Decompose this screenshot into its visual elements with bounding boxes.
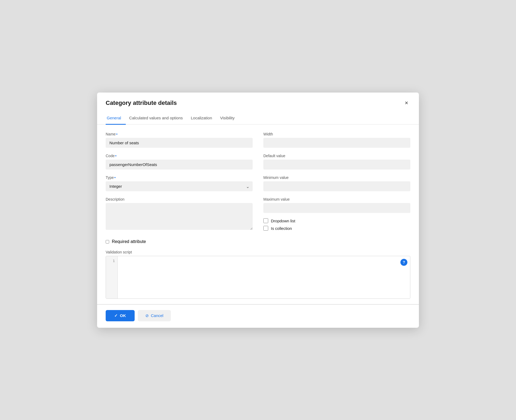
line-numbers: 1	[106, 256, 118, 299]
category-attribute-dialog: Category attribute details × General Cal…	[97, 93, 419, 328]
type-label: Type•	[106, 175, 253, 180]
dialog-header: Category attribute details ×	[97, 93, 419, 107]
maximum-value-input[interactable]	[263, 203, 410, 213]
name-required-dot: •	[116, 132, 117, 136]
minimum-value-input[interactable]	[263, 181, 410, 191]
minimum-value-label: Minimum value	[263, 175, 410, 180]
cancel-button[interactable]: ⊘ Cancel	[138, 310, 171, 321]
row-type-minvalue: Type• Integer String Boolean Decimal Dat…	[106, 175, 410, 191]
is-collection-row: Is collection	[263, 226, 410, 231]
code-required-dot: •	[115, 154, 116, 158]
type-select[interactable]: Integer String Boolean Decimal Date	[106, 181, 253, 191]
col-code: Code•	[106, 154, 253, 170]
name-input[interactable]	[106, 138, 253, 148]
row-code-default: Code• Default value	[106, 154, 410, 170]
col-type: Type• Integer String Boolean Decimal Dat…	[106, 175, 253, 191]
cancel-icon: ⊘	[145, 313, 149, 318]
validation-script-input[interactable]	[118, 256, 410, 299]
tabs-bar: General Calculated values and options Lo…	[97, 109, 419, 125]
row-name-width: Name• Width	[106, 132, 410, 148]
validation-script-label: Validation script	[106, 250, 410, 254]
row-desc-maxvalue: Description Maximum value Dropdown list …	[106, 197, 410, 233]
footer-divider	[97, 304, 419, 305]
col-description: Description	[106, 197, 253, 231]
col-width: Width	[263, 132, 410, 148]
validation-editor: 1 ?	[106, 256, 410, 299]
dropdown-list-label[interactable]: Dropdown list	[271, 219, 295, 223]
default-value-label: Default value	[263, 154, 410, 158]
width-input[interactable]	[263, 138, 410, 148]
validation-script-section: Validation script 1 ?	[106, 250, 410, 299]
close-button[interactable]: ×	[403, 99, 410, 107]
tab-localization[interactable]: Localization	[190, 113, 217, 125]
ok-label: OK	[120, 313, 126, 318]
width-label: Width	[263, 132, 410, 136]
maximum-value-label: Maximum value	[263, 197, 410, 201]
required-attribute-label[interactable]: Required attribute	[112, 239, 146, 244]
code-input[interactable]	[106, 160, 253, 170]
form-body: Name• Width Code• Default value	[97, 124, 419, 304]
ok-button[interactable]: ✓ OK	[106, 310, 135, 321]
help-button[interactable]: ?	[400, 259, 407, 266]
ok-icon: ✓	[114, 313, 118, 318]
col-max-checkboxes: Maximum value Dropdown list Is collectio…	[263, 197, 410, 233]
tab-calculated[interactable]: Calculated values and options	[128, 113, 187, 125]
is-collection-checkbox[interactable]	[263, 226, 268, 231]
type-select-wrapper: Integer String Boolean Decimal Date ⌄	[106, 181, 253, 191]
dialog-footer: ✓ OK ⊘ Cancel	[97, 306, 419, 328]
type-required-dot: •	[114, 175, 116, 180]
col-minimum-value: Minimum value	[263, 175, 410, 191]
col-default-value: Default value	[263, 154, 410, 170]
dropdown-list-row: Dropdown list	[263, 218, 410, 223]
required-attribute-checkbox[interactable]	[106, 240, 109, 244]
col-name: Name•	[106, 132, 253, 148]
tab-visibility[interactable]: Visibility	[219, 113, 239, 125]
dialog-title: Category attribute details	[106, 100, 177, 106]
dropdown-list-checkbox[interactable]	[263, 218, 268, 223]
description-label: Description	[106, 197, 253, 201]
cancel-label: Cancel	[151, 313, 164, 318]
tab-general[interactable]: General	[106, 113, 126, 125]
code-label: Code•	[106, 154, 253, 158]
required-attribute-row: Required attribute	[106, 239, 410, 244]
name-label: Name•	[106, 132, 253, 136]
default-value-input[interactable]	[263, 160, 410, 170]
description-textarea[interactable]	[106, 203, 253, 230]
is-collection-label[interactable]: Is collection	[271, 226, 292, 231]
